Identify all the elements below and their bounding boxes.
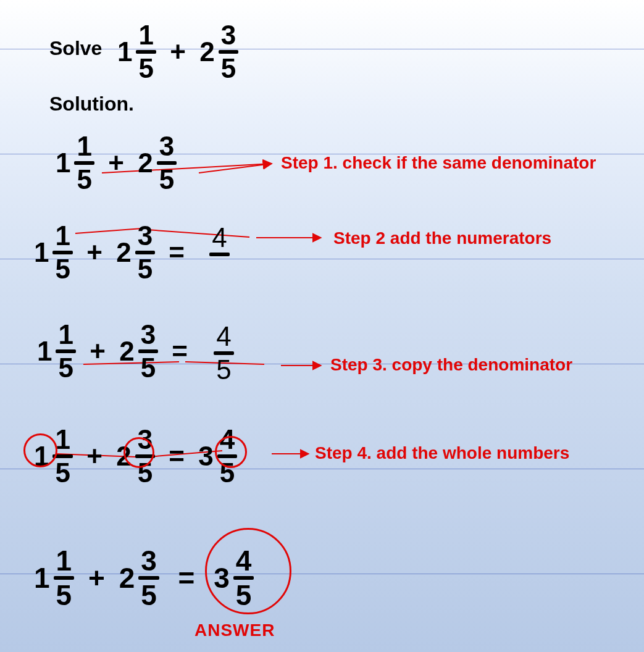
- step2-text: Step 2 add the numerators: [333, 228, 551, 248]
- s1-b-den: 5: [157, 166, 177, 193]
- s4-b-num: 3: [135, 426, 155, 453]
- step1-text: Step 1. check if the same denominator: [281, 153, 596, 173]
- ans-b-den: 5: [138, 581, 159, 609]
- step1-expression: 1 1 5 + 2 3 5: [56, 133, 177, 193]
- ans-b-whole: 2: [119, 561, 135, 595]
- step2-expression: 1 1 5 + 2 3 5 = 4 0: [34, 222, 230, 285]
- b-numerator: 3: [219, 22, 238, 49]
- ans-equals: =: [178, 562, 195, 594]
- ans-whole: 3: [214, 561, 230, 595]
- problem-expression: 1 1 5 + 2 3 5: [117, 22, 238, 82]
- s2-b-whole: 2: [116, 237, 131, 268]
- ans-den: 5: [233, 581, 254, 609]
- solution-label: Solution.: [49, 93, 134, 115]
- s1-a-den: 5: [74, 166, 94, 193]
- s2-b-den: 5: [135, 256, 155, 283]
- s2-result-num: 4: [209, 224, 229, 251]
- s1-mixed-a: 1 1 5: [56, 133, 94, 193]
- s4-equals: =: [169, 441, 185, 471]
- b-denominator: 5: [219, 55, 238, 82]
- mixed-b: 2 3 5: [199, 22, 238, 82]
- a-numerator: 1: [136, 22, 156, 49]
- s3-a-den: 5: [56, 354, 75, 382]
- s3-b-whole: 2: [119, 336, 134, 367]
- svg-line-1: [199, 164, 272, 173]
- s4-b-den: 5: [135, 459, 155, 487]
- s2-plus: +: [86, 237, 102, 267]
- ans-plus: +: [88, 562, 105, 594]
- plus-operator: +: [170, 36, 186, 67]
- step3-expression: 1 1 5 + 2 3 5 = 4 5: [37, 321, 234, 383]
- a-whole: 1: [117, 36, 132, 67]
- ans-a-num: 1: [54, 546, 75, 575]
- ans-a-den: 5: [54, 581, 75, 609]
- ans-a-whole: 1: [34, 561, 50, 595]
- mixed-a: 1 1 5: [117, 22, 156, 82]
- solve-label: Solve: [49, 37, 102, 60]
- s2-a-whole: 1: [34, 237, 49, 268]
- step3-text: Step 3. copy the denominator: [330, 355, 572, 375]
- s1-plus: +: [108, 148, 124, 178]
- s3-result-den: 5: [214, 356, 233, 383]
- ans-b-num: 3: [138, 546, 159, 575]
- s2-a-num: 1: [52, 222, 72, 249]
- s4-result-whole: 3: [198, 441, 213, 472]
- answer-expression: 1 1 5 + 2 3 5 = 3 4 5: [34, 546, 254, 609]
- b-whole: 2: [199, 36, 214, 67]
- s1-b-whole: 2: [138, 148, 153, 178]
- ans-num: 4: [233, 546, 254, 575]
- a-fraction: 1 5: [136, 22, 156, 82]
- s4-a-num: 1: [52, 426, 72, 453]
- s3-result-num: 4: [214, 323, 233, 350]
- s2-b-num: 3: [135, 222, 155, 249]
- s4-plus: +: [86, 441, 102, 471]
- s3-b-num: 3: [138, 321, 158, 348]
- s3-equals: =: [172, 336, 188, 366]
- a-denominator: 5: [136, 55, 156, 82]
- s1-b-num: 3: [157, 133, 177, 160]
- step4-text: Step 4. add the whole numbers: [315, 443, 569, 463]
- s4-a-den: 5: [52, 459, 72, 487]
- answer-label: ANSWER: [194, 621, 275, 640]
- s1-a-num: 1: [74, 133, 94, 160]
- s1-mixed-b: 2 3 5: [138, 133, 177, 193]
- s2-equals: =: [169, 237, 185, 267]
- s3-b-den: 5: [138, 354, 158, 382]
- b-fraction: 3 5: [219, 22, 238, 82]
- s4-result-num: 4: [217, 426, 237, 453]
- s4-result-den: 5: [217, 459, 237, 487]
- s3-a-whole: 1: [37, 336, 52, 367]
- s4-a-whole: 1: [34, 441, 49, 472]
- fraction-bar-icon: [209, 253, 229, 256]
- s2-a-den: 5: [52, 256, 72, 283]
- s4-b-whole: 2: [116, 441, 131, 472]
- s3-a-num: 1: [56, 321, 75, 348]
- step4-expression: 1 1 5 + 2 3 5 = 3 4 5: [34, 426, 237, 487]
- s3-plus: +: [90, 336, 106, 366]
- s1-a-whole: 1: [56, 148, 70, 178]
